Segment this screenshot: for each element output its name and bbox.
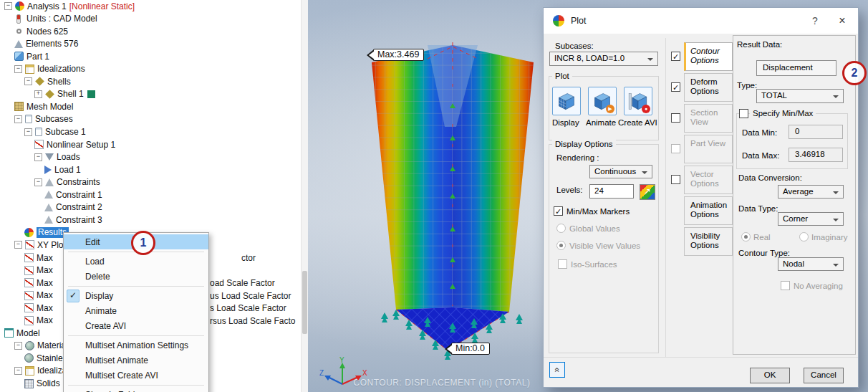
mat-icon: [24, 353, 34, 363]
minmax-markers-checkbox[interactable]: [554, 206, 563, 216]
tree-item-label: Mesh Model: [26, 102, 73, 112]
specify-minmax-checkbox[interactable]: [739, 109, 748, 118]
tab-section-view[interactable]: Section View: [684, 104, 733, 133]
close-button[interactable]: ×: [831, 12, 854, 29]
tree-item[interactable]: −Shells: [24, 75, 71, 87]
visible-view-values-radio[interactable]: [556, 241, 566, 250]
collapse-expander-icon[interactable]: −: [24, 128, 32, 136]
checkmark-icon: ✓: [67, 290, 79, 302]
data-conversion-label: Data Conversion:: [738, 173, 802, 182]
tree-item[interactable]: +Shell 1: [34, 88, 95, 100]
tab-visibility-options[interactable]: Visibility Options: [684, 227, 733, 256]
tree-item[interactable]: Max: [24, 264, 53, 277]
collapse-expander-icon[interactable]: −: [14, 65, 22, 73]
tree-item[interactable]: −Subcase 1: [24, 126, 86, 138]
global-values-radio[interactable]: [556, 224, 566, 233]
collapse-expander-icon[interactable]: −: [14, 241, 22, 249]
collapse-expander-icon[interactable]: −: [4, 2, 12, 10]
tree-item[interactable]: Stainle: [24, 352, 63, 364]
display-button[interactable]: [552, 87, 581, 115]
menu-item[interactable]: Show in Folder: [64, 387, 208, 392]
iso-surfaces-checkbox[interactable]: [558, 259, 567, 269]
tab-checkbox[interactable]: [671, 52, 680, 61]
result-data-button[interactable]: Displacement: [756, 60, 836, 76]
expand-expander-icon[interactable]: +: [34, 90, 42, 98]
menu-item[interactable]: Delete: [64, 269, 208, 284]
menu-item[interactable]: Create AVI: [64, 318, 208, 333]
tree-item[interactable]: Elements 576: [14, 38, 78, 50]
tree-item[interactable]: Max: [24, 315, 53, 327]
tree-item[interactable]: Load 1: [44, 163, 81, 176]
subcases-dropdown[interactable]: INCR 8, LOAD=1.0: [549, 52, 658, 66]
tree-item[interactable]: Mesh Model: [14, 100, 73, 113]
tree-item[interactable]: Max: [24, 302, 53, 314]
tree-item[interactable]: −Analysis 1[Nonlinear Static]: [4, 0, 135, 12]
collapse-expander-icon[interactable]: −: [14, 115, 22, 123]
axis-y-label: Y: [339, 357, 344, 364]
menu-item[interactable]: Multiset Create AVI: [64, 368, 208, 383]
tree-item[interactable]: Nodes 625: [14, 25, 68, 37]
tree-item[interactable]: Model: [4, 327, 40, 339]
tree-scrollbar-thumb[interactable]: [302, 271, 307, 334]
tree-item[interactable]: Max: [24, 290, 53, 302]
tree-item[interactable]: Solids: [24, 378, 60, 390]
menu-item[interactable]: Load: [64, 254, 208, 269]
tree-item[interactable]: Part 1: [14, 50, 49, 62]
tree-item[interactable]: Constraint 1: [44, 188, 102, 201]
tree-item[interactable]: −XY Plo: [14, 239, 63, 251]
data-conversion-dropdown[interactable]: Average: [778, 185, 844, 199]
tree-item-label-fragment: oad Scale Factor: [210, 278, 275, 288]
data-min-field[interactable]: 0: [789, 125, 843, 139]
tab-animation-options[interactable]: Animation Options: [684, 196, 733, 225]
tree-item[interactable]: Constraint 3: [44, 214, 102, 226]
tab-vector-options[interactable]: Vector Options: [684, 166, 733, 194]
tree-item-label: Constraint 1: [56, 190, 102, 200]
tab-contour-options[interactable]: Contour Options: [684, 42, 733, 71]
dialog-titlebar[interactable]: Plot ? ×: [544, 8, 858, 34]
tab-checkbox[interactable]: [671, 82, 680, 92]
imaginary-label: Imaginary: [811, 233, 848, 242]
tree-item[interactable]: Max: [24, 252, 53, 264]
tree-item[interactable]: −Subcases: [14, 113, 73, 125]
tab-part-view[interactable]: Part View: [684, 135, 733, 163]
tree-item[interactable]: Max: [24, 277, 53, 289]
data-max-field[interactable]: 3.46918: [789, 148, 843, 162]
animate-button[interactable]: ▶: [588, 87, 617, 115]
data-type-dropdown[interactable]: Corner: [778, 212, 844, 226]
collapse-expander-icon[interactable]: −: [24, 77, 32, 85]
no-averaging-checkbox[interactable]: [781, 281, 790, 290]
tree-item[interactable]: −Loads: [34, 151, 80, 163]
tree-item[interactable]: Constraint 2: [44, 201, 102, 214]
collapse-button[interactable]: «: [549, 362, 565, 378]
tab-checkbox[interactable]: [671, 144, 680, 153]
contour-model[interactable]: [356, 41, 549, 367]
contour-type-dropdown[interactable]: Nodal: [778, 257, 844, 271]
type-dropdown[interactable]: TOTAL: [756, 89, 844, 103]
rendering-dropdown[interactable]: Continuous: [589, 165, 652, 178]
collapse-expander-icon[interactable]: −: [14, 342, 22, 350]
display-button-label: Display: [552, 118, 579, 127]
menu-item[interactable]: Multiset Animation Settings: [64, 338, 208, 353]
cancel-button[interactable]: Cancel: [804, 368, 844, 383]
levels-input[interactable]: 24: [589, 184, 634, 199]
tab-checkbox[interactable]: [671, 175, 680, 184]
menu-item[interactable]: Animate: [64, 303, 208, 318]
tree-item[interactable]: Nonlinear Setup 1: [34, 138, 115, 150]
collapse-expander-icon[interactable]: −: [34, 153, 42, 161]
real-radio[interactable]: [741, 232, 751, 242]
create-avi-button[interactable]: ●: [624, 87, 652, 115]
tree-item[interactable]: −Constraints: [34, 176, 100, 188]
menu-item[interactable]: ✓Display: [64, 288, 208, 303]
palette-button[interactable]: ↗: [640, 184, 655, 200]
tree-item[interactable]: −Idealizations: [14, 63, 85, 75]
collapse-expander-icon[interactable]: −: [34, 178, 42, 186]
tree-item[interactable]: Results: [24, 226, 69, 239]
collapse-expander-icon[interactable]: −: [14, 367, 22, 375]
tab-deform-options[interactable]: Deform Options: [684, 73, 733, 102]
menu-item[interactable]: Multiset Animate: [64, 353, 208, 368]
imaginary-radio[interactable]: [799, 232, 809, 242]
tree-item[interactable]: Units : CAD Model: [14, 13, 97, 25]
tab-checkbox[interactable]: [671, 113, 680, 123]
help-button[interactable]: ?: [804, 12, 826, 29]
ok-button[interactable]: OK: [750, 368, 790, 383]
